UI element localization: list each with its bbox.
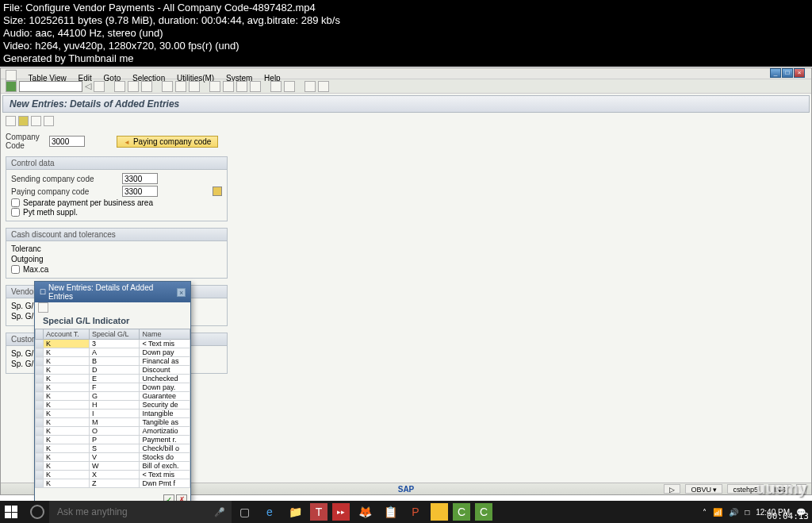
explorer-icon[interactable]: 📁 [282, 501, 308, 523]
separate-payment-checkbox[interactable] [11, 198, 20, 207]
maximize-button[interactable]: □ [782, 68, 793, 78]
tray-up-icon[interactable]: ˄ [703, 508, 707, 517]
table-row[interactable]: KGGuarantee [36, 392, 190, 401]
cancel-icon[interactable] [141, 81, 152, 92]
command-field[interactable] [19, 81, 82, 92]
menu-icon[interactable] [6, 70, 17, 81]
table-row[interactable]: KPPayment r. [36, 436, 190, 444]
modal-close-button[interactable]: × [177, 288, 186, 297]
paying-cc-label: Paying company code [11, 187, 122, 196]
sap-main-window: _ □ × Table View Edit Goto Selection Uti… [0, 67, 812, 495]
app5-icon[interactable]: C [475, 503, 492, 521]
status-tcode[interactable]: OBVU ▾ [685, 484, 722, 494]
layout-icon[interactable] [318, 81, 329, 92]
video-size: Size: 10252611 bytes (9.78 MiB), duratio… [3, 14, 809, 27]
modal-toolbar-icon[interactable] [38, 302, 48, 313]
newsession-icon[interactable] [270, 81, 282, 92]
findnext-icon[interactable] [189, 81, 200, 92]
control-data-group: Control data Sending company code Paying… [6, 156, 228, 221]
tray-battery-icon[interactable]: □ [745, 508, 749, 517]
table-row[interactable]: KIIntangible [36, 410, 190, 418]
taskview-icon[interactable]: ▢ [232, 501, 257, 523]
table-row[interactable]: KADown pay [36, 348, 190, 357]
expand-icon[interactable] [6, 116, 16, 126]
ok-icon[interactable] [6, 81, 17, 92]
col-special-gl[interactable]: Special G/L [89, 329, 140, 340]
mic-icon[interactable]: 🎤 [214, 507, 225, 517]
menubar: Table View Edit Goto Selection Utilities… [1, 68, 811, 79]
maxcash-checkbox[interactable] [11, 265, 20, 274]
shortcut-icon[interactable] [284, 81, 295, 92]
special-gl-modal: ☐ New Entries: Details of Added Entries … [34, 281, 191, 508]
video-audio: Audio: aac, 44100 Hz, stereo (und) [3, 27, 809, 40]
help-icon[interactable] [304, 81, 316, 92]
table-row[interactable]: KHSecurity de [36, 401, 190, 410]
sap-logo: SAP [398, 485, 415, 494]
start-button[interactable] [0, 501, 22, 523]
close-button[interactable]: × [794, 68, 805, 78]
outgoing-label: Outgoing [11, 255, 44, 263]
video-video: Video: h264, yuv420p, 1280x720, 30.00 fp… [3, 40, 809, 52]
toolbar: ◁ [1, 79, 811, 94]
status-nav[interactable]: ▷ [664, 484, 680, 494]
table-row[interactable]: KBFinancal as [36, 357, 190, 366]
video-file: File: Configure Vendor Payments - All Co… [3, 2, 809, 14]
cash-discount-title: Cash discount and tolerances [6, 229, 227, 241]
company-code-label: Company Code [6, 133, 49, 150]
paying-company-code-button[interactable]: Paying company code [117, 136, 218, 148]
tolerance-label: Toleranc [11, 244, 41, 253]
app3-icon[interactable] [431, 503, 448, 521]
firefox-icon[interactable]: 🦊 [352, 501, 377, 523]
exit-icon[interactable] [128, 81, 139, 92]
table-row[interactable]: KFDown pay. [36, 383, 190, 392]
edge-icon[interactable]: e [257, 501, 282, 523]
back-icon[interactable] [114, 81, 125, 92]
table-row[interactable]: K3< Text mis [36, 340, 190, 348]
camtasia-icon[interactable]: C [453, 503, 470, 521]
app2-icon[interactable]: ▸▸ [332, 503, 350, 521]
watermark: uuemy [756, 479, 807, 498]
notes-icon[interactable]: 📋 [377, 501, 403, 523]
firstpage-icon[interactable] [209, 81, 220, 92]
cash-discount-group: Cash discount and tolerances Toleranc Ou… [6, 228, 228, 279]
page-title: New Entries: Details of Added Entries [2, 95, 810, 113]
tray-sound-icon[interactable]: 🔊 [729, 508, 738, 517]
table-row[interactable]: KMTangible as [36, 418, 190, 427]
tb3-icon[interactable] [31, 116, 41, 126]
pytmeth-checkbox[interactable] [11, 208, 20, 217]
minimize-button[interactable]: _ [770, 68, 781, 78]
windows-logo-icon [5, 506, 17, 518]
tb4-icon[interactable] [44, 116, 54, 126]
table-row[interactable]: KZDwn Pmt f [36, 479, 190, 488]
paying-cc-input[interactable] [122, 186, 158, 197]
sending-cc-input[interactable] [122, 173, 158, 184]
detail-icon[interactable] [213, 187, 222, 196]
powerpoint-icon[interactable]: P [403, 501, 428, 523]
app1-icon[interactable]: T [310, 503, 327, 521]
table-row[interactable]: KOAmortizatio [36, 427, 190, 436]
table-row[interactable]: KWBill of exch. [36, 462, 190, 471]
nextpage-icon[interactable] [236, 81, 247, 92]
video-generated: Generated by Thumbnail me [3, 52, 809, 65]
save-icon[interactable] [94, 81, 105, 92]
cortana-icon[interactable] [30, 505, 44, 519]
search-input[interactable] [49, 501, 232, 523]
tray-wifi-icon[interactable]: 📶 [713, 508, 722, 517]
lastpage-icon[interactable] [250, 81, 261, 92]
table-row[interactable]: KDDiscount [36, 366, 190, 375]
table-row[interactable]: KVStocks do [36, 453, 190, 462]
table-row[interactable]: KSCheck/bill o [36, 444, 190, 453]
separate-payment-label: Separate payment per business area [23, 198, 153, 207]
table-row[interactable]: KEUnchecked [36, 375, 190, 383]
special-gl-table: Account T. Special G/L Name K3< Text mis… [35, 329, 190, 488]
video-timestamp: 00:04:13 [767, 511, 809, 521]
prevpage-icon[interactable] [223, 81, 234, 92]
find-icon[interactable] [175, 81, 186, 92]
print-icon[interactable] [162, 81, 173, 92]
col-name[interactable]: Name [140, 329, 190, 340]
col-account-type[interactable]: Account T. [44, 329, 90, 340]
table-row[interactable]: KX< Text mis [36, 471, 190, 479]
pytmeth-label: Pyt meth suppl. [23, 208, 78, 217]
company-code-input[interactable] [49, 136, 85, 147]
collapse-icon[interactable] [18, 116, 29, 126]
